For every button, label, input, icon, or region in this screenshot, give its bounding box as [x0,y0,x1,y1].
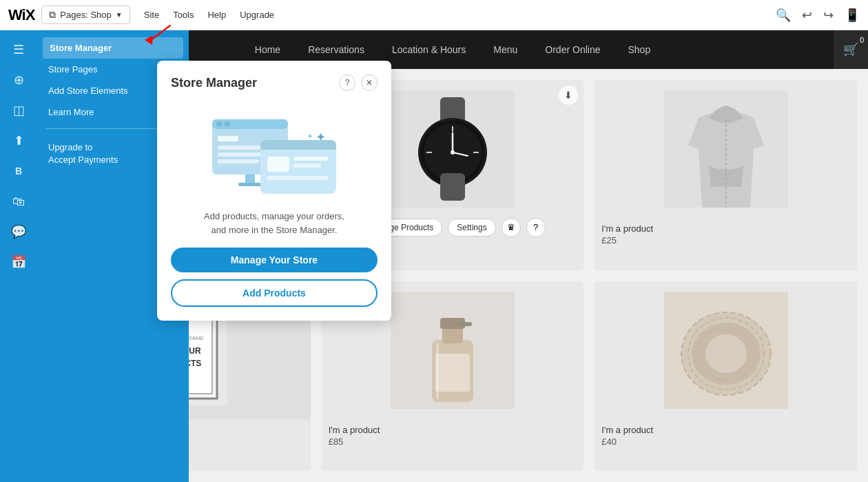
popup-close-btn[interactable]: ✕ [361,74,378,91]
svg-point-46 [216,121,222,127]
svg-rect-58 [293,157,328,161]
svg-rect-45 [212,119,288,129]
svg-rect-52 [245,174,255,183]
mobile-icon[interactable]: 📱 [845,8,860,23]
nav-upgrade[interactable]: Upgrade [240,10,274,20]
product-image-3 [595,80,857,218]
svg-point-40 [705,334,747,373]
svg-rect-34 [459,322,472,326]
svg-point-20 [451,150,455,154]
svg-rect-51 [218,159,259,163]
nav-reservations[interactable]: Reservations [308,44,364,55]
popup-header-actions: ? ✕ [339,74,378,91]
product-name-5: I'm a product [329,425,577,435]
nav-location-hours[interactable]: Location & Hours [392,44,466,55]
pages-selector[interactable]: ⧉ Pages: Shop ▼ [41,6,130,24]
svg-point-47 [225,121,230,127]
popup-help-btn[interactable]: ? [339,74,355,91]
cart-count: 0 [860,36,864,44]
sidebar-pages-icon[interactable]: ☰ [5,36,32,63]
product-card-6: I'm a product £40 [595,281,857,472]
store-illustration: ✦ ✦ [205,106,343,195]
add-products-button[interactable]: Add Products [171,279,378,307]
top-bar-tools: 🔍 ↩ ↪ 📱 [776,8,860,23]
product-info-3: I'm a product £25 [595,218,857,251]
sidebar-components-icon[interactable]: ◫ [5,97,32,124]
nav-site[interactable]: Site [144,10,159,20]
sidebar-chat-icon[interactable]: 💬 [5,218,32,245]
nav-tools[interactable]: Tools [173,10,194,20]
sidebar-bookings-icon[interactable]: 📅 [5,248,32,276]
undo-icon[interactable]: ↩ [802,8,812,23]
perfume-image [391,292,515,409]
svg-rect-60 [267,176,328,180]
pages-label: Pages: Shop [60,10,111,20]
product-price-3: £25 [601,235,850,245]
svg-text:✦: ✦ [316,130,326,144]
help-icon[interactable]: ? [526,218,546,237]
popup-description: Add products, manage your orders,and mor… [171,210,378,237]
popup-title: Store Manager [171,76,257,90]
left-sidebar: ☰ ⊕ ◫ ⬆ B 🛍 💬 📅 [0,30,37,482]
nav-order-online[interactable]: Order Online [545,44,600,55]
svg-marker-0 [145,36,152,46]
manage-store-button[interactable]: Manage Your Store [171,248,378,272]
product-price-6: £40 [601,436,850,447]
hoodie-image [664,90,788,208]
top-nav: Site Tools Help Upgrade [144,10,274,20]
top-bar: WiX ⧉ Pages: Shop ▼ Site Tools Help Upgr… [0,0,868,30]
svg-rect-56 [260,145,336,150]
product-info-6: I'm a product £40 [595,419,857,452]
sidebar-store-icon[interactable]: 🛍 [5,188,32,215]
nav-menu[interactable]: Menu [493,44,517,55]
settings-btn[interactable]: Settings [448,219,495,237]
red-arrow [134,19,176,47]
store-manager-popup: Store Manager ? ✕ [157,61,391,321]
sidebar-upload-icon[interactable]: ⬆ [5,127,32,154]
search-icon[interactable]: 🔍 [776,8,791,23]
svg-rect-59 [293,163,321,168]
pages-icon: ⧉ [49,9,56,21]
sidebar-add-icon[interactable]: ⊕ [5,66,32,94]
nav-home[interactable]: Home [255,44,280,55]
scarf-image [664,292,788,409]
svg-rect-48 [218,136,238,141]
product-price-5: £85 [329,436,577,447]
nav-help[interactable]: Help [207,10,226,20]
popup-illustration: ✦ ✦ [171,102,378,199]
product-name-3: I'm a product [601,223,850,234]
svg-rect-57 [267,157,289,172]
watch-image [391,90,515,208]
wix-logo: WiX [8,6,34,24]
product-card-3: I'm a product £25 [595,80,857,270]
redo-icon[interactable]: ↪ [823,8,834,23]
nav-shop[interactable]: Shop [628,44,650,55]
svg-rect-21 [440,173,465,201]
crown-icon[interactable]: ♛ [502,218,521,237]
cart-button[interactable]: 🛒0 [834,30,868,69]
sidebar-blog-icon[interactable]: B [5,157,32,185]
svg-text:✦: ✦ [307,132,313,140]
caret-icon: ▼ [116,11,123,19]
svg-rect-35 [435,354,470,392]
product-info-5: I'm a product £85 [322,419,584,452]
popup-header: Store Manager ? ✕ [171,74,378,91]
product-name-6: I'm a product [601,425,850,435]
upgrade-label: Upgrade toAccept Payments [48,142,118,165]
product-image-6 [595,281,857,419]
svg-rect-53 [238,183,262,186]
